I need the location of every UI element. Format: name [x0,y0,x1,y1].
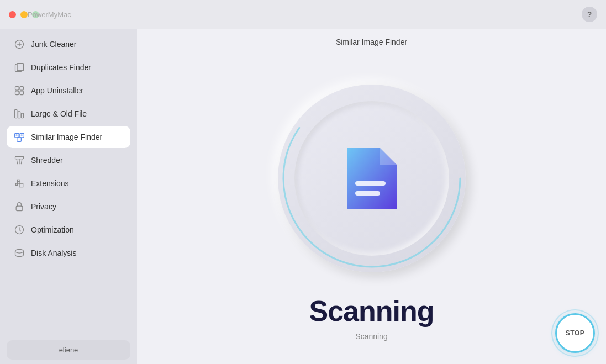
app-uninstaller-icon [13,85,25,97]
scanning-subtitle: Scanning [355,332,387,341]
svg-point-15 [21,134,23,136]
stop-button[interactable]: STOP [555,313,595,353]
sidebar-item-privacy[interactable]: Privacy [7,196,130,218]
large-old-file-icon [13,108,25,120]
sidebar-label-junk-cleaner: Junk Cleaner [31,40,77,49]
sidebar-label-app-uninstaller: App Uninstaller [31,86,83,95]
svg-rect-9 [18,112,20,118]
sidebar-label-shredder: Shredder [31,156,63,165]
minimize-button[interactable] [20,11,28,18]
sidebar-item-disk-analysis[interactable]: Disk Analysis [7,242,130,264]
svg-point-14 [15,134,17,136]
sidebar-item-large-old-file[interactable]: Large & Old File [7,103,130,125]
sidebar-label-disk-analysis: Disk Analysis [31,249,76,257]
content-body: Scanning Scanning STOP [137,55,606,364]
similar-image-finder-icon [13,131,25,143]
sidebar-label-privacy: Privacy [31,202,56,211]
svg-rect-8 [15,110,17,118]
svg-rect-17 [16,206,23,210]
scanning-title: Scanning [309,294,434,328]
sidebar-label-optimization: Optimization [31,225,74,234]
svg-rect-4 [15,87,19,91]
sidebar-item-duplicates-finder[interactable]: Duplicates Finder [7,56,130,78]
content-header: Similar Image Finder [137,29,606,55]
optimization-icon [13,224,25,236]
help-button[interactable]: ? [582,7,597,22]
junk-cleaner-icon [13,38,25,50]
close-button[interactable] [9,11,16,18]
sidebar-item-extensions[interactable]: Extensions [7,172,130,194]
svg-rect-7 [20,91,24,95]
app-name-label: PowerMyMac [28,10,71,19]
page-title: Similar Image Finder [336,38,407,46]
spinning-arc [278,85,466,272]
sidebar-item-shredder[interactable]: Shredder [7,149,130,171]
shredder-icon [13,154,25,166]
user-section[interactable]: eliene [7,340,130,360]
sidebar-item-similar-image-finder[interactable]: Similar Image Finder [7,126,130,148]
sidebar-label-extensions: Extensions [31,179,68,188]
sidebar-item-app-uninstaller[interactable]: App Uninstaller [7,80,130,102]
disk-analysis-icon [13,247,25,259]
svg-point-19 [15,249,24,253]
svg-rect-10 [21,113,23,118]
main-layout: Junk Cleaner Duplicates Finder [0,29,606,364]
scanner-container [272,79,471,278]
sidebar-item-junk-cleaner[interactable]: Junk Cleaner [7,33,130,55]
stop-button-container: STOP [555,313,595,353]
svg-rect-6 [15,91,19,95]
sidebar-label-duplicates-finder: Duplicates Finder [31,63,91,72]
username-label: eliene [59,346,78,354]
duplicates-finder-icon [13,61,25,73]
svg-rect-2 [17,64,24,71]
sidebar: Junk Cleaner Duplicates Finder [0,29,137,364]
privacy-icon [13,201,25,213]
svg-rect-13 [17,138,21,142]
svg-rect-5 [20,87,24,91]
sidebar-label-large-old-file: Large & Old File [31,109,87,118]
content-wrapper: Similar Image Finder [137,29,606,364]
extensions-icon [13,177,25,189]
title-bar: PowerMyMac ? [0,0,606,29]
sidebar-item-optimization[interactable]: Optimization [7,219,130,241]
sidebar-label-similar-image-finder: Similar Image Finder [31,133,102,141]
svg-point-22 [283,90,460,267]
